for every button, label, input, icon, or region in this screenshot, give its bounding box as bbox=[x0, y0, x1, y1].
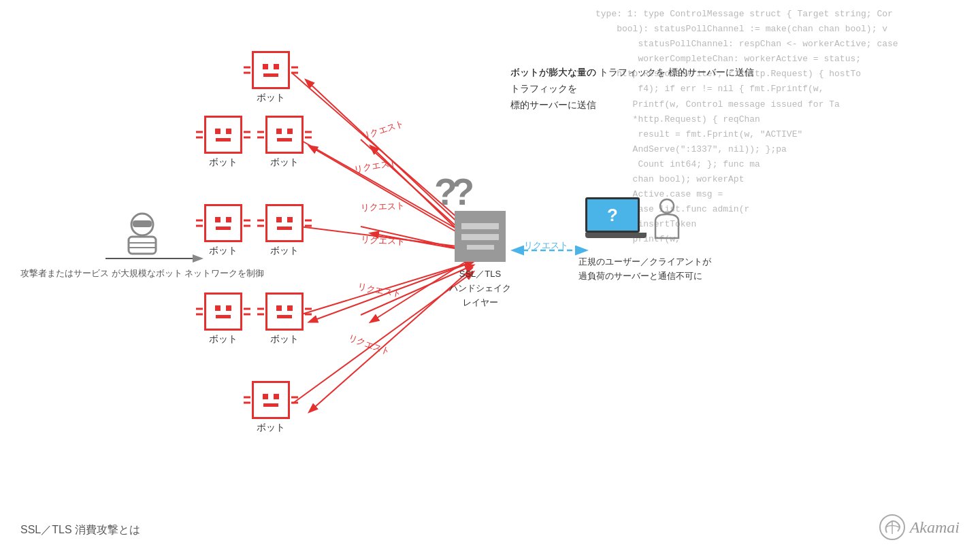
bot-1: ボット bbox=[252, 51, 290, 104]
akamai-logo: Akamai bbox=[879, 514, 960, 541]
akamai-text: Akamai bbox=[910, 518, 960, 537]
request-label-5: リクエスト bbox=[357, 280, 402, 300]
code-line-7: Printf(w, Control message issued for Ta bbox=[595, 97, 970, 112]
bot-2-label: ボット bbox=[204, 156, 242, 169]
bot-4: ボット bbox=[204, 204, 242, 257]
bottom-title: SSL／TLS 消費攻撃とは bbox=[20, 523, 140, 537]
bot-5-label: ボット bbox=[265, 245, 304, 257]
bot-8: ボット bbox=[252, 381, 290, 434]
attacker-icon bbox=[122, 211, 163, 258]
bot-7: ボット bbox=[265, 293, 304, 346]
code-line-9: result = fmt.Fprint(w, "ACTIVE" bbox=[595, 127, 970, 142]
bot-6: ボット bbox=[204, 293, 242, 346]
bot-4-label: ボット bbox=[204, 245, 242, 257]
bot-3: ボット bbox=[265, 116, 304, 169]
client-group: ? bbox=[585, 197, 683, 244]
laptop-icon: ? bbox=[585, 197, 647, 238]
svg-rect-18 bbox=[133, 220, 152, 227]
client-request-label: リクエスト bbox=[524, 239, 568, 252]
bot-3-label: ボット bbox=[265, 156, 304, 169]
request-label-1: リクエスト bbox=[360, 117, 406, 142]
code-line-3: statusPollChannel: respChan <- workerAct… bbox=[595, 37, 970, 52]
svg-rect-19 bbox=[129, 237, 156, 254]
client-label: 正規のユーザー／クライアントが過負荷のサーバーと通信不可に bbox=[578, 255, 711, 284]
attacker-label: 攻撃者またはサービス が大規模なボット ネットワークを制御 bbox=[20, 267, 264, 280]
request-label-2: リクエスト bbox=[353, 156, 399, 176]
code-line-12: chan bool); workerApt bbox=[595, 172, 970, 187]
bot-6-label: ボット bbox=[204, 333, 242, 346]
code-line-6: f4); if err != nil { fmt.Fprintf(w, bbox=[595, 82, 970, 97]
person-icon bbox=[652, 197, 683, 244]
request-label-4: リクエスト bbox=[361, 233, 406, 248]
flood-label-block: ボットが膨大な量のトラフィックを標的サーバーに送信 bbox=[510, 65, 596, 113]
akamai-icon bbox=[879, 514, 906, 541]
svg-point-22 bbox=[660, 199, 674, 213]
bot-8-label: ボット bbox=[252, 422, 290, 434]
ssl-label: SSL／TLSハンドシェイクレイヤー bbox=[449, 267, 511, 310]
bot-7-label: ボット bbox=[265, 333, 304, 346]
bot-1-label: ボット bbox=[252, 92, 290, 104]
ssl-tls-box: SSL／TLSハンドシェイクレイヤー bbox=[449, 211, 511, 310]
bot-2: ボット bbox=[204, 116, 242, 169]
code-line-10: AndServe(":1337", nil)); };pa bbox=[595, 142, 970, 157]
code-line-11: Count int64; }; func ma bbox=[595, 157, 970, 172]
question-marks: ?? bbox=[434, 170, 469, 214]
code-line-1: type: 1: type ControlMessage struct { Ta… bbox=[595, 7, 970, 22]
bot-5: ボット bbox=[265, 204, 304, 257]
request-label-3: リクエスト bbox=[361, 199, 406, 214]
code-line-8: *http.Request) { reqChan bbox=[595, 112, 970, 127]
request-label-6: リクエスト bbox=[346, 331, 392, 358]
code-line-2: bool): statusPollChannel := make(chan ch… bbox=[595, 22, 970, 37]
